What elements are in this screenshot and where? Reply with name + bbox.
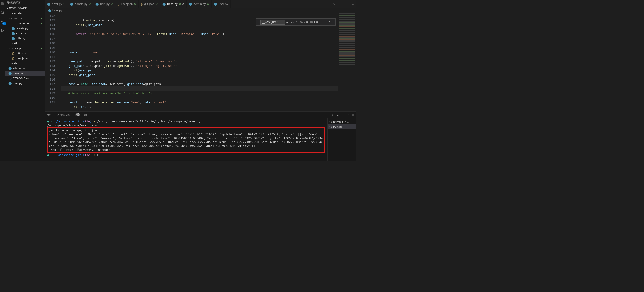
- svg-point-3: [1, 22, 2, 23]
- code-content[interactable]: f.write(json_data) print(json_data) retu…: [61, 13, 338, 111]
- more-actions-icon[interactable]: ···: [40, 1, 43, 5]
- python-icon: ⬤: [11, 37, 15, 40]
- python-icon: ⬤: [8, 67, 12, 70]
- breadcrumb-sep: ›: [64, 9, 64, 12]
- tab-admin[interactable]: ⬤admin.pyU: [186, 0, 211, 8]
- file-base[interactable]: ⬤base.pyU: [6, 71, 45, 76]
- svg-point-2: [1, 20, 2, 21]
- chevron-down-icon: ▾: [7, 7, 8, 10]
- source-control-icon[interactable]: 11: [0, 20, 5, 24]
- terminal-command: /root/.pyenv/versions/3.11.1/bin/python …: [97, 120, 200, 123]
- debug-icon[interactable]: [0, 29, 5, 33]
- panel-tabs: 输出 调试控制台 终端 端口 ＋ ⌄ ··· ＾ ×: [45, 112, 356, 119]
- file-tree: ›.vscode ⌄common● ›__pycache__● ⬤consts.…: [6, 11, 45, 86]
- python-icon: ⬤: [8, 82, 12, 85]
- terminal-list: ⎔Browser Pr... ⎔Python: [328, 119, 356, 161]
- breadcrumb[interactable]: ⬤ base.py › ...: [45, 8, 356, 13]
- panel-close-icon[interactable]: ×: [352, 113, 354, 117]
- json-icon: {}: [11, 52, 15, 55]
- terminal-more-icon[interactable]: ···: [342, 113, 344, 117]
- close-icon[interactable]: ×: [182, 2, 184, 6]
- terminal[interactable]: ● ➜ /workspace git:(ide) ✗ /root/.pyenv/…: [45, 119, 328, 161]
- breadcrumb-more: ...: [66, 9, 68, 12]
- tab-error[interactable]: ⬤error.pyU: [45, 0, 68, 8]
- panel-tab-debug[interactable]: 调试控制台: [57, 113, 70, 117]
- find-close-icon[interactable]: ×: [332, 21, 336, 24]
- files-icon[interactable]: [0, 1, 5, 6]
- file-user[interactable]: ⬤user.pyU: [6, 81, 45, 86]
- find-prev-icon[interactable]: ↑: [320, 21, 324, 24]
- main-area: ⬤error.pyU ⬤consts.pyU ⬤utils.pyU {}user…: [45, 0, 356, 161]
- tab-consts[interactable]: ⬤consts.pyU: [68, 0, 94, 8]
- terminal-output-line: /workspace/storage/user.json: [47, 124, 97, 127]
- python-icon: ⬤: [8, 72, 12, 75]
- python-icon: ⬤: [189, 2, 192, 6]
- bottom-panel: 输出 调试控制台 终端 端口 ＋ ⌄ ··· ＾ × ● ➜ /workspac…: [45, 111, 356, 161]
- highlighted-output: /workspace/storage/gift.json {"Neo": {"u…: [47, 127, 325, 153]
- tab-user-json[interactable]: {}user.jsonU: [115, 0, 138, 8]
- cursor: ▯: [97, 153, 99, 157]
- folder-web[interactable]: ›web: [6, 61, 45, 66]
- split-icon[interactable]: ▯▯: [346, 2, 349, 6]
- file-gift-json[interactable]: {}gift.jsonU: [6, 51, 45, 56]
- folder-pycache[interactable]: ›__pycache__●: [6, 21, 45, 26]
- find-regex-icon[interactable]: .*: [295, 21, 298, 24]
- compare-icon[interactable]: ⫍⫎: [338, 2, 344, 6]
- folder-static[interactable]: ›static: [6, 41, 45, 46]
- line-gutter: 1021031041051061071081091101111121131141…: [45, 13, 58, 111]
- search-icon[interactable]: [0, 11, 5, 15]
- json-icon: {}: [11, 57, 15, 60]
- more-icon[interactable]: ···: [351, 2, 354, 6]
- file-utils[interactable]: ⬤utils.pyU: [6, 36, 45, 41]
- panel-tab-terminal[interactable]: 终端: [74, 113, 80, 117]
- file-user-json[interactable]: {}user.jsonU: [6, 56, 45, 61]
- find-result-info: 第 ? 项, 共 1 项: [298, 20, 320, 24]
- panel-maximize-icon[interactable]: ＾: [347, 113, 350, 117]
- folder-storage[interactable]: ⌄storage●: [6, 46, 45, 51]
- explorer-sidebar: 资源管理器 ··· ▾ WORKSPACE ›.vscode ⌄common● …: [6, 0, 45, 161]
- file-admin[interactable]: ⬤admin.pyU: [6, 66, 45, 71]
- find-widget: › Aa ab .* 第 ? 项, 共 1 项 ↑ ↓ ≡ ×: [256, 19, 336, 26]
- new-terminal-icon[interactable]: ＋: [331, 113, 334, 117]
- find-word-icon[interactable]: ab: [290, 21, 295, 24]
- tab-base[interactable]: ⬤base.pyU×: [160, 0, 186, 8]
- folder-vscode[interactable]: ›.vscode: [6, 11, 45, 16]
- terminal-result-line: 'Neo' 的 'role' 信息已变更为 'normal': [49, 148, 110, 151]
- info-icon: ⓘ: [8, 76, 12, 80]
- svg-point-0: [1, 11, 4, 14]
- python-icon: ⬤: [47, 2, 51, 6]
- find-filter-icon[interactable]: ≡: [328, 21, 332, 24]
- find-next-icon[interactable]: ↓: [324, 21, 328, 24]
- fold-gutter: [58, 13, 61, 111]
- tab-user[interactable]: ⬤user.py: [212, 0, 231, 8]
- find-input[interactable]: [260, 20, 286, 25]
- terminal-icon: ⎔: [330, 125, 332, 129]
- tab-gift-json[interactable]: {}gift.jsonU: [138, 0, 160, 8]
- explorer-title: 资源管理器: [7, 1, 21, 5]
- explorer-header: 资源管理器 ···: [6, 0, 45, 6]
- run-icon[interactable]: ▷: [333, 2, 336, 6]
- python-icon: ⬤: [214, 2, 217, 6]
- workspace-label: WORKSPACE: [9, 7, 27, 10]
- find-expand-icon[interactable]: ›: [256, 21, 260, 24]
- terminal-dropdown-icon[interactable]: ⌄: [337, 113, 339, 117]
- breadcrumb-file: base.py: [52, 9, 62, 12]
- file-consts[interactable]: ⬤consts.pyU: [6, 26, 45, 31]
- terminal-tab-python[interactable]: ⎔Python: [328, 124, 356, 129]
- workspace-section[interactable]: ▾ WORKSPACE: [6, 6, 45, 11]
- folder-common[interactable]: ⌄common●: [6, 16, 45, 21]
- python-icon: ⬤: [11, 32, 15, 35]
- terminal-tab-browser[interactable]: ⎔Browser Pr...: [328, 119, 356, 124]
- file-error[interactable]: ⬤error.pyU: [6, 31, 45, 36]
- minimap[interactable]: [338, 13, 356, 111]
- python-icon: ⬤: [162, 2, 166, 6]
- file-readme[interactable]: ⓘREADME.md: [6, 76, 45, 81]
- tab-utils[interactable]: ⬤utils.pyU: [93, 0, 115, 8]
- terminal-icon: ⎔: [330, 120, 332, 124]
- activity-bar: 11: [0, 0, 6, 161]
- editor[interactable]: › Aa ab .* 第 ? 项, 共 1 项 ↑ ↓ ≡ × 10210310…: [45, 13, 356, 111]
- python-icon: ⬤: [48, 9, 51, 12]
- find-case-icon[interactable]: Aa: [286, 21, 290, 24]
- panel-tab-ports[interactable]: 端口: [84, 113, 90, 117]
- panel-tab-output[interactable]: 输出: [47, 113, 53, 117]
